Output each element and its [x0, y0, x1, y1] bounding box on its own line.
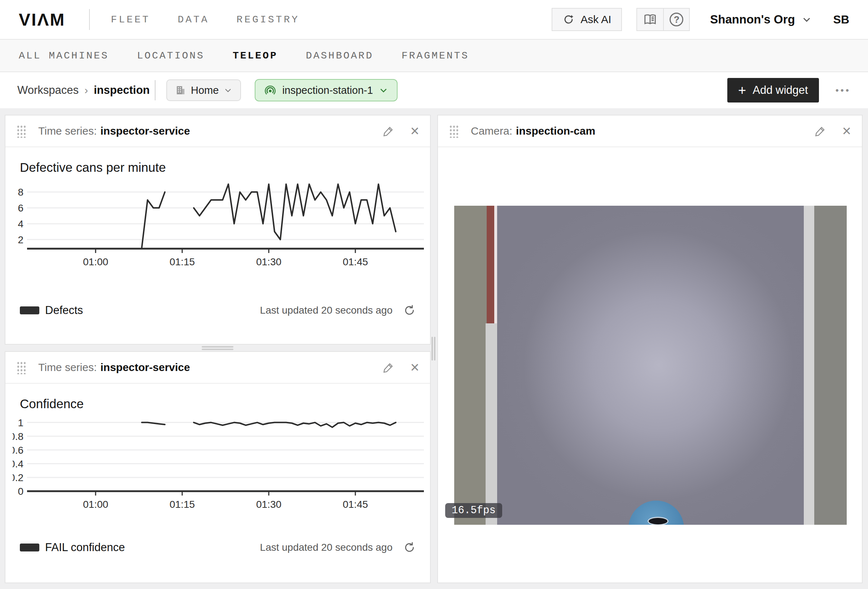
close-widget-button[interactable]: ×: [410, 123, 419, 139]
tab-dashboard[interactable]: DASHBOARD: [306, 50, 373, 61]
docs-button[interactable]: [637, 9, 663, 30]
svg-text:01:00: 01:00: [83, 499, 108, 510]
org-switcher[interactable]: Shannon's Org: [710, 13, 811, 26]
user-avatar[interactable]: SB: [833, 13, 849, 26]
widget-header: Time series: inspector-service ×: [5, 352, 430, 384]
header-divider: [89, 9, 90, 30]
nav-data[interactable]: DATA: [177, 14, 209, 25]
svg-text:01:15: 01:15: [170, 499, 195, 510]
viam-logo: VIΛM: [19, 10, 65, 30]
conveyor-left-rail: [454, 206, 487, 525]
teleop-page: VIΛM FLEET DATA REGISTRY Ask AI: [0, 0, 868, 589]
refresh-icon: [403, 304, 416, 317]
close-icon: ×: [842, 123, 851, 139]
widget-actions: ×: [383, 123, 419, 139]
ask-ai-icon: [562, 13, 575, 26]
tab-locations[interactable]: LOCATIONS: [137, 50, 205, 61]
machine-selector-pill[interactable]: inspection-station-1: [255, 79, 397, 101]
fleet-subnav: ALL MACHINES LOCATIONS TELEOP DASHBOARD …: [0, 40, 868, 72]
drag-handle-icon[interactable]: [16, 124, 26, 138]
pencil-icon: [815, 125, 826, 137]
svg-text:0: 0: [18, 486, 24, 497]
column-resize-handle[interactable]: [431, 337, 433, 361]
light-lower-strip: [486, 323, 497, 525]
nav-registry[interactable]: REGISTRY: [237, 14, 300, 25]
svg-text:0.2: 0.2: [13, 472, 24, 483]
svg-text:1: 1: [18, 417, 24, 428]
breadcrumb-divider: [155, 80, 155, 100]
svg-text:01:30: 01:30: [256, 499, 281, 510]
right-edge-strip: [804, 206, 814, 525]
widget-name-label: inspection-cam: [516, 125, 595, 137]
add-widget-button[interactable]: + Add widget: [727, 78, 819, 102]
breadcrumb-current[interactable]: inspection: [94, 84, 150, 97]
widget-actions: ×: [383, 360, 419, 375]
svg-text:6: 6: [18, 203, 24, 214]
chart-title: Confidence: [20, 397, 430, 411]
last-updated-text: Last updated 20 seconds ago: [260, 305, 393, 316]
docs-help-group: ?: [636, 8, 690, 31]
help-icon: ?: [670, 13, 683, 26]
pencil-icon: [383, 125, 394, 137]
close-icon: ×: [410, 123, 419, 139]
breadcrumb-workspaces[interactable]: Workspaces: [17, 84, 79, 97]
ask-ai-button[interactable]: Ask AI: [552, 8, 622, 31]
machine-broadcast-icon: [264, 84, 276, 96]
widget-actions: ×: [815, 123, 851, 139]
location-selector-button[interactable]: Home: [166, 79, 241, 101]
widget-type-label: Time series:: [38, 361, 97, 373]
refresh-icon: [403, 542, 416, 553]
row-resize-handle[interactable]: [202, 349, 233, 350]
legend: Defects: [20, 304, 83, 317]
svg-text:01:45: 01:45: [343, 499, 368, 510]
column-resize-handle[interactable]: [434, 337, 435, 361]
legend-label: Defects: [45, 304, 83, 317]
machine-selector-label: inspection-station-1: [282, 84, 373, 96]
ask-ai-label: Ask AI: [580, 13, 611, 26]
widget-name-label: inspector-service: [100, 361, 190, 373]
drag-handle-icon[interactable]: [449, 124, 459, 138]
svg-text:01:30: 01:30: [256, 256, 281, 268]
pencil-icon: [383, 362, 394, 373]
edit-widget-button[interactable]: [383, 362, 394, 373]
edit-widget-button[interactable]: [815, 125, 826, 137]
svg-text:2: 2: [18, 234, 24, 246]
row-resize-handle[interactable]: [202, 346, 233, 348]
book-icon: [643, 13, 657, 26]
legend: FAIL confidence: [20, 541, 125, 554]
edit-widget-button[interactable]: [383, 125, 394, 137]
camera-feed-image: [454, 206, 847, 525]
conveyor-right-rail: [814, 206, 847, 525]
refresh-button[interactable]: [403, 542, 416, 553]
legend-label: FAIL confidence: [45, 541, 125, 554]
close-widget-button[interactable]: ×: [842, 123, 851, 139]
svg-text:0.4: 0.4: [13, 458, 24, 469]
widget-header: Camera: inspection-cam ×: [438, 115, 862, 147]
tab-fragments[interactable]: FRAGMENTS: [402, 50, 469, 61]
widget-header: Time series: inspector-service ×: [5, 115, 430, 147]
header-right: Ask AI ?: [552, 8, 849, 31]
workspace-canvas: Time series: inspector-service ×: [0, 108, 868, 589]
tab-teleop[interactable]: TELEOP: [233, 50, 278, 61]
fps-badge: 16.5fps: [445, 503, 502, 518]
chart-legend-row: FAIL confidence Last updated 20 seconds …: [20, 541, 416, 554]
light-edge-strip: [494, 206, 497, 323]
location-selector-label: Home: [191, 84, 218, 96]
widget-camera: Camera: inspection-cam ×: [437, 115, 863, 583]
can-opening: [648, 517, 669, 525]
nav-fleet[interactable]: FLEET: [111, 14, 150, 25]
refresh-status: Last updated 20 seconds ago: [260, 542, 416, 553]
building-icon: [175, 85, 186, 96]
svg-text:01:45: 01:45: [343, 256, 368, 268]
tab-all-machines[interactable]: ALL MACHINES: [19, 50, 109, 61]
breadcrumb-separator-icon: ›: [84, 84, 88, 96]
more-menu-icon[interactable]: •••: [836, 85, 851, 96]
chart-legend-row: Defects Last updated 20 seconds ago: [20, 304, 416, 317]
refresh-button[interactable]: [403, 304, 416, 317]
help-button[interactable]: ?: [663, 9, 689, 30]
toolbar-right: + Add widget •••: [727, 78, 851, 102]
close-widget-button[interactable]: ×: [410, 360, 419, 375]
widget-name-label: inspector-service: [100, 125, 190, 137]
drag-handle-icon[interactable]: [16, 361, 26, 374]
confidence-chart: 00.20.40.60.8101:0001:1501:3001:45: [13, 411, 430, 516]
